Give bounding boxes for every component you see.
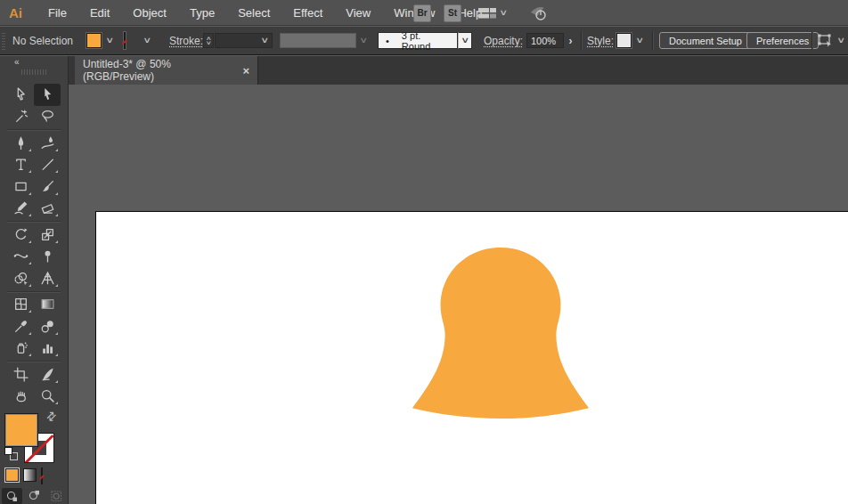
control-bar-gripper[interactable] bbox=[2, 31, 5, 50]
none-button[interactable] bbox=[41, 467, 43, 484]
zoom-tool[interactable] bbox=[34, 386, 61, 408]
opacity-panel-arrow[interactable]: › bbox=[565, 33, 576, 48]
separator bbox=[581, 31, 582, 50]
stock-button[interactable]: St bbox=[444, 4, 461, 22]
main-area: « bbox=[0, 56, 848, 504]
bridge-button[interactable]: Br bbox=[413, 4, 431, 22]
magic-wand-tool[interactable] bbox=[7, 106, 34, 128]
chevron-down-icon: ∨ bbox=[105, 37, 114, 45]
tool-grid bbox=[7, 84, 61, 407]
close-icon[interactable]: × bbox=[242, 64, 249, 77]
rectangle-tool[interactable] bbox=[7, 175, 34, 198]
illustrator-logo: Ai bbox=[9, 5, 22, 20]
column-graph-tool[interactable] bbox=[34, 337, 61, 360]
brush-name: 3 pt. Round bbox=[402, 30, 450, 52]
selection-status: No Selection bbox=[12, 35, 73, 47]
direct-selection-tool[interactable] bbox=[34, 84, 61, 106]
menu-view[interactable]: View bbox=[334, 0, 382, 26]
canvas-viewport[interactable] bbox=[69, 85, 848, 504]
stroke-weight-select[interactable]: ∨ bbox=[215, 33, 273, 48]
preferences-button[interactable]: Preferences bbox=[746, 32, 819, 49]
puppet-warp-tool[interactable] bbox=[34, 246, 61, 268]
stroke-color-swatch[interactable] bbox=[124, 32, 126, 49]
tools-panel: « bbox=[0, 56, 69, 504]
color-button[interactable] bbox=[5, 468, 19, 482]
panel-collapse-button[interactable]: « bbox=[14, 57, 20, 67]
graphic-style-swatch[interactable] bbox=[616, 33, 632, 48]
menu-file[interactable]: File bbox=[37, 0, 78, 26]
artboard[interactable] bbox=[95, 211, 848, 504]
document-area: Untitled-3* @ 50% (RGB/Preview) × bbox=[69, 56, 848, 504]
opacity-input[interactable]: 100% bbox=[526, 33, 564, 48]
brush-definition-value[interactable]: • 3 pt. Round bbox=[378, 32, 458, 49]
slice-tool[interactable] bbox=[34, 363, 61, 386]
scale-tool[interactable] bbox=[34, 224, 61, 246]
document-tab-bar: Untitled-3* @ 50% (RGB/Preview) × bbox=[69, 56, 848, 85]
illustrator-window: Ai File Edit Object Type Select Effect V… bbox=[0, 0, 848, 504]
graphic-style-dropdown[interactable]: ∨ bbox=[633, 33, 646, 48]
draw-inside-button bbox=[46, 488, 67, 504]
brush-preview-dot: • bbox=[386, 36, 389, 46]
swap-fill-stroke-icon[interactable]: ⇄ bbox=[43, 408, 59, 424]
workspace-switcher[interactable]: ∨ bbox=[477, 6, 507, 20]
brush-definition-dropdown[interactable]: ∨ bbox=[458, 32, 472, 49]
chevron-down-icon: ∨ bbox=[143, 37, 151, 45]
chevron-down-icon: ∨ bbox=[359, 37, 368, 45]
fill-stroke-controls: ⇄ bbox=[0, 408, 69, 467]
menu-type[interactable]: Type bbox=[178, 0, 226, 26]
panel-gripper-icon[interactable] bbox=[21, 69, 46, 75]
mesh-tool[interactable] bbox=[7, 294, 34, 316]
document-setup-button[interactable]: Document Setup bbox=[659, 32, 752, 49]
lasso-tool[interactable] bbox=[34, 106, 61, 128]
gradient-button[interactable] bbox=[23, 468, 37, 482]
document-tab-title: Untitled-3* @ 50% (RGB/Preview) bbox=[83, 58, 235, 83]
menu-edit[interactable]: Edit bbox=[78, 0, 121, 26]
chevron-down-icon: ∨ bbox=[461, 37, 469, 45]
drawing-mode-buttons bbox=[2, 488, 67, 504]
touch-workspace-icon[interactable] bbox=[817, 32, 834, 53]
artboard-tool[interactable] bbox=[7, 363, 34, 386]
perspective-grid-tool[interactable] bbox=[34, 267, 61, 289]
control-bar: No Selection ∨ ∨ Stroke: ∧ ∨ ∨ ∨ • 3 pt.… bbox=[0, 27, 848, 55]
shaper-tool[interactable] bbox=[7, 198, 34, 220]
type-tool[interactable] bbox=[7, 154, 34, 176]
pen-tool[interactable] bbox=[7, 132, 34, 154]
paint-type-buttons bbox=[0, 467, 69, 484]
menu-bar: Ai File Edit Object Type Select Effect V… bbox=[0, 0, 848, 26]
gradient-tool[interactable] bbox=[34, 294, 61, 316]
shape-builder-tool[interactable] bbox=[7, 267, 34, 289]
document-tab[interactable]: Untitled-3* @ 50% (RGB/Preview) × bbox=[75, 56, 258, 85]
menu-effect[interactable]: Effect bbox=[281, 0, 334, 26]
draw-behind-button[interactable] bbox=[24, 488, 45, 504]
style-label[interactable]: Style: bbox=[587, 35, 614, 47]
menu-object[interactable]: Object bbox=[121, 0, 178, 26]
fill-color-swatch[interactable] bbox=[86, 33, 102, 48]
symbol-sprayer-tool[interactable] bbox=[7, 337, 34, 360]
draw-normal-button[interactable] bbox=[2, 488, 22, 504]
fill-well[interactable] bbox=[4, 413, 38, 447]
gpu-performance-icon[interactable] bbox=[528, 4, 550, 22]
hand-tool[interactable] bbox=[7, 386, 34, 408]
stroke-weight-stepper[interactable]: ∧ ∨ bbox=[203, 33, 214, 48]
touch-workspace-dropdown[interactable]: ∨ bbox=[835, 33, 847, 48]
fill-color-dropdown[interactable]: ∨ bbox=[103, 33, 116, 48]
bell-shape[interactable] bbox=[410, 245, 591, 421]
chevron-down-icon: ∨ bbox=[205, 41, 211, 45]
rotate-tool[interactable] bbox=[7, 224, 34, 246]
chevron-down-icon: ∨ bbox=[499, 9, 508, 17]
line-segment-tool[interactable] bbox=[34, 154, 61, 176]
menu-select[interactable]: Select bbox=[226, 0, 281, 26]
eraser-tool[interactable] bbox=[34, 198, 61, 220]
selection-tool[interactable] bbox=[7, 84, 34, 106]
opacity-label[interactable]: Opacity: bbox=[484, 35, 523, 47]
stroke-color-dropdown[interactable]: ∨ bbox=[141, 33, 153, 48]
chevron-down-icon: ∨ bbox=[836, 37, 845, 45]
paintbrush-tool[interactable] bbox=[34, 175, 61, 198]
default-fill-stroke-icon[interactable] bbox=[4, 447, 19, 461]
blend-tool[interactable] bbox=[34, 315, 61, 337]
curvature-tool[interactable] bbox=[34, 132, 61, 154]
width-tool[interactable] bbox=[7, 246, 34, 268]
menu-bar-right-cluster: Br St ∨ bbox=[413, 0, 550, 26]
stroke-weight-label[interactable]: Stroke: bbox=[169, 35, 203, 47]
eyedropper-tool[interactable] bbox=[7, 315, 34, 337]
